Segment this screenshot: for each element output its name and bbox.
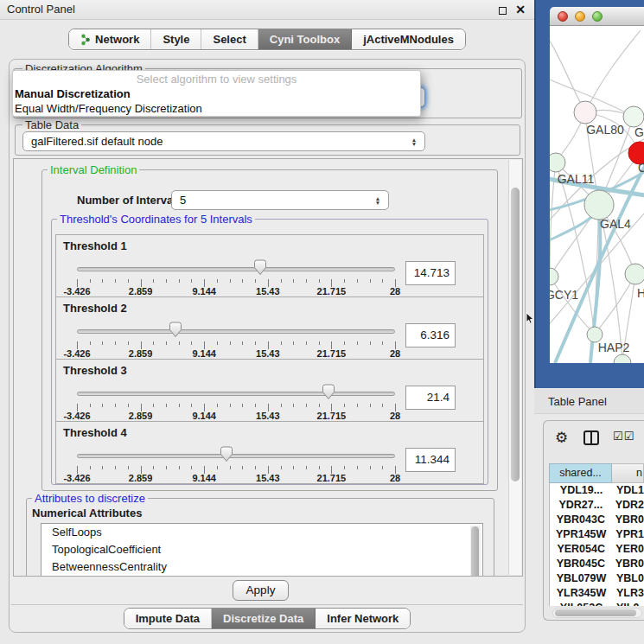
scrollbar-thumb[interactable]	[511, 188, 520, 481]
number-of-intervals-value: 5	[180, 194, 186, 207]
gear-icon[interactable]: ⚙	[555, 429, 568, 447]
tab-jactivemnodules[interactable]: jActiveMNodules	[352, 29, 465, 49]
table-row[interactable]: YBR045CYBR0	[550, 557, 644, 571]
algorithm-option[interactable]: Manual Discretization	[13, 86, 420, 101]
tab-select[interactable]: Select	[201, 29, 258, 49]
scale-tick-label: 15.43	[256, 286, 280, 296]
tab-network[interactable]: Network	[69, 29, 151, 49]
algorithm-option[interactable]: Equal Width/Frequency Discretization	[13, 101, 420, 116]
column-header-shared[interactable]: shared...	[549, 463, 612, 483]
close-traffic-light[interactable]	[558, 11, 568, 22]
divider	[11, 604, 523, 605]
split-columns-icon[interactable]	[583, 430, 599, 445]
cell-name[interactable]: YBR0	[612, 513, 644, 527]
table-row[interactable]: YBR043CYBR0	[550, 513, 644, 527]
cell-name[interactable]: YPR1	[612, 527, 644, 542]
attribute-list-item[interactable]: SelfLoops	[41, 524, 482, 541]
cell-shared-name[interactable]: YBR045C	[550, 557, 612, 571]
table-row[interactable]: YDL19...YDL1	[550, 483, 644, 498]
node-gal4[interactable]	[584, 190, 614, 220]
slider-thumb[interactable]	[322, 384, 335, 400]
table-row[interactable]: YLR345WYLR3	[550, 586, 644, 601]
threshold-panel: Threshold 1 -3.4262.8599.14415.4321.7152…	[55, 234, 484, 297]
node-label-gal80: GAL80	[586, 123, 624, 137]
checkbox-icons[interactable]: ☑☑	[613, 430, 634, 443]
node-gal80[interactable]	[574, 101, 596, 124]
node-gal11[interactable]	[550, 153, 565, 172]
scale-tick-label: 15.43	[256, 348, 280, 359]
threshold-slider[interactable]: -3.4262.8599.14415.4321.71528	[77, 263, 395, 296]
number-of-intervals-select[interactable]: 5 ▲▼	[171, 190, 389, 210]
node-label-clipped: H	[637, 286, 644, 300]
tab-label: Impute Data	[136, 612, 200, 625]
node[interactable]	[623, 106, 644, 127]
column-header-name[interactable]: n	[612, 463, 644, 483]
node-h[interactable]	[625, 264, 644, 284]
cell-shared-name[interactable]: YBR043C	[550, 513, 612, 527]
cell-shared-name[interactable]: YER054C	[550, 542, 612, 557]
cell-shared-name[interactable]: YIL052C	[550, 601, 613, 606]
tab-infer-network[interactable]: Infer Network	[316, 609, 410, 628]
slider-thumb[interactable]	[253, 259, 267, 276]
minimize-traffic-light[interactable]	[575, 11, 585, 22]
slider-track[interactable]	[77, 267, 395, 271]
mouse-cursor	[526, 312, 535, 328]
node-gcy1[interactable]	[550, 268, 558, 285]
cell-shared-name[interactable]: YLR345W	[550, 586, 613, 601]
slider-track[interactable]	[77, 392, 395, 396]
threshold-slider[interactable]: -3.4262.8599.14415.4321.71528	[77, 325, 395, 358]
threshold-value[interactable]: 14.713	[405, 261, 456, 285]
settings-scrollbar[interactable]	[508, 160, 521, 575]
number-of-intervals-label: Number of Intervals	[77, 194, 182, 207]
table-hscrollbar[interactable]	[552, 608, 642, 618]
cell-name[interactable]: YLR3	[613, 586, 644, 601]
table-row[interactable]: YPR145WYPR1	[550, 527, 644, 542]
attribute-list-item[interactable]: TopologicalCoefficient	[41, 541, 482, 558]
threshold-value[interactable]: 21.4	[405, 386, 456, 410]
tab-style[interactable]: Style	[151, 29, 201, 49]
cell-name[interactable]: YDR2	[612, 498, 644, 513]
threshold-value[interactable]: 6.316	[405, 323, 456, 348]
cell-name[interactable]: YBL0	[613, 571, 644, 586]
slider-thumb[interactable]	[169, 322, 182, 338]
network-canvas[interactable]: GAL80 GA C GAL11 GAL4 GCY1 H HAP2	[550, 26, 644, 363]
scale-tick-label: 9.144	[192, 348, 216, 359]
numerical-attributes-label: Numerical Attributes	[32, 507, 142, 520]
list-scrollbar[interactable]	[470, 526, 481, 577]
threshold-slider[interactable]: -3.4262.8599.14415.4321.71528	[77, 387, 395, 420]
interval-definition-title: Interval Definition	[48, 163, 139, 176]
slider-track[interactable]	[77, 329, 395, 334]
table-row[interactable]: YIL052CYIL0	[550, 601, 644, 606]
cell-name[interactable]: YER0	[612, 542, 644, 557]
table-row[interactable]: YDR27...YDR2	[550, 498, 644, 513]
threshold-label: Threshold 2	[63, 302, 127, 315]
table-row[interactable]: YBL079WYBL0	[550, 571, 644, 586]
node[interactable]	[614, 354, 631, 363]
cell-shared-name[interactable]: YPR145W	[550, 527, 612, 542]
slider-track[interactable]	[77, 454, 395, 458]
attribute-list-item[interactable]: BetweennessCentrality	[41, 558, 482, 576]
cell-name[interactable]: YIL0	[613, 601, 644, 606]
bottom-tab-bar: Impute DataDiscretize DataInfer Network	[124, 608, 411, 629]
threshold-slider[interactable]: -3.4262.8599.14415.4321.71528	[77, 450, 395, 482]
network-window-titlebar[interactable]	[550, 7, 644, 26]
close-icon[interactable]: ✕	[515, 0, 526, 20]
cell-name[interactable]: YBR0	[612, 557, 644, 571]
tab-cyni-toolbox[interactable]: Cyni Toolbox	[258, 29, 352, 49]
tab-impute-data[interactable]: Impute Data	[124, 609, 212, 628]
cell-shared-name[interactable]: YBL079W	[550, 571, 613, 586]
spinner-icon: ▲▼	[409, 134, 419, 150]
cell-shared-name[interactable]: YDR27...	[550, 498, 612, 513]
algorithm-hint-option[interactable]: Select algorithm to view settings	[13, 71, 420, 86]
threshold-value[interactable]: 11.344	[405, 448, 456, 472]
float-window-icon[interactable]	[499, 7, 507, 15]
zoom-traffic-light[interactable]	[592, 11, 603, 22]
tab-discretize-data[interactable]: Discretize Data	[212, 609, 316, 628]
cell-shared-name[interactable]: YDL19...	[550, 483, 613, 498]
apply-button[interactable]: Apply	[233, 580, 289, 601]
cell-name[interactable]: YDL1	[613, 483, 644, 498]
thresholds-group: Threshold's Coordinates for 5 Intervals …	[51, 219, 488, 485]
slider-thumb[interactable]	[220, 446, 233, 462]
table-data-select[interactable]: galFiltered.sif default node ▲▼	[22, 131, 425, 151]
table-row[interactable]: YER054CYER0	[550, 542, 644, 557]
